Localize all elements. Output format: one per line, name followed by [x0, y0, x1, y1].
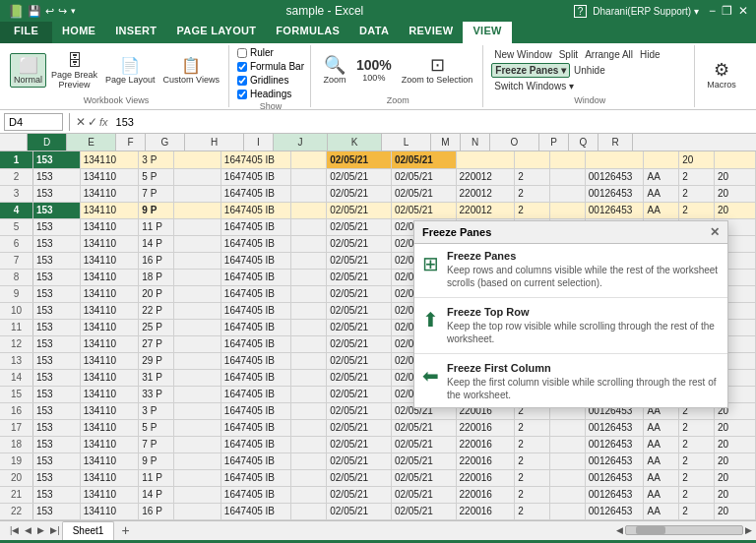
table-cell[interactable]	[585, 151, 644, 168]
help-btn[interactable]: ?	[574, 5, 588, 18]
table-cell[interactable]: 153	[32, 402, 80, 419]
table-cell[interactable]	[291, 419, 327, 436]
table-cell[interactable]: 153	[32, 252, 80, 269]
table-cell[interactable]: 2	[679, 503, 715, 519]
table-cell[interactable]	[174, 419, 221, 436]
table-cell[interactable]: 1647405 IB	[220, 335, 291, 352]
table-cell[interactable]: 220012	[456, 168, 515, 185]
table-cell[interactable]: 153	[32, 218, 80, 235]
table-cell[interactable]: 153	[32, 202, 80, 218]
table-cell[interactable]: 16 P	[139, 503, 174, 519]
table-cell[interactable]: 134110	[80, 302, 139, 319]
table-cell[interactable]: 00126453	[585, 469, 644, 486]
table-cell[interactable]: 2	[515, 503, 550, 519]
table-cell[interactable]: 220012	[456, 185, 515, 202]
table-cell[interactable]	[291, 436, 327, 452]
gridlines-check[interactable]: Gridlines	[237, 75, 304, 86]
table-cell[interactable]: 00126453	[585, 486, 644, 503]
table-cell[interactable]	[291, 469, 327, 486]
table-cell[interactable]: 20	[715, 486, 756, 503]
scroll-left-btn[interactable]: ◀	[616, 525, 623, 535]
cancel-formula-icon[interactable]: ✕	[76, 115, 86, 129]
freeze-first-col-option[interactable]: ⬅ Freeze First Column Keep the first col…	[414, 356, 727, 407]
table-cell[interactable]	[291, 335, 327, 352]
table-cell[interactable]: 00126453	[585, 436, 644, 452]
table-cell[interactable]: 1647405 IB	[220, 452, 291, 469]
table-cell[interactable]: 20	[715, 419, 756, 436]
table-cell[interactable]: 134110	[80, 436, 139, 452]
table-cell[interactable]: 00126453	[585, 202, 644, 218]
table-cell[interactable]: 2	[515, 168, 550, 185]
table-cell[interactable]	[174, 486, 221, 503]
table-cell[interactable]: 02/05/21	[327, 402, 392, 419]
page-break-btn[interactable]: 🗄 Page BreakPreview	[48, 50, 100, 91]
table-cell[interactable]: 2	[515, 436, 550, 452]
table-cell[interactable]: 134110	[80, 319, 139, 335]
table-cell[interactable]	[550, 436, 586, 452]
table-cell[interactable]: 1647405 IB	[220, 269, 291, 285]
table-cell[interactable]: 220012	[456, 202, 515, 218]
table-cell[interactable]: 153	[32, 386, 80, 402]
table-cell[interactable]	[174, 335, 221, 352]
table-cell[interactable]: 3 P	[139, 402, 174, 419]
confirm-formula-icon[interactable]: ✓	[88, 115, 97, 129]
table-cell[interactable]	[174, 168, 221, 185]
table-cell[interactable]	[174, 218, 221, 235]
table-cell[interactable]: 20 P	[139, 285, 174, 302]
table-cell[interactable]: 2	[679, 202, 715, 218]
table-cell[interactable]: 134110	[80, 503, 139, 519]
table-cell[interactable]	[291, 402, 327, 419]
table-cell[interactable]: 1647405 IB	[220, 503, 291, 519]
table-cell[interactable]	[174, 352, 221, 369]
table-cell[interactable]: 220016	[456, 452, 515, 469]
table-cell[interactable]: 153	[32, 469, 80, 486]
sheet-scroll-right-right[interactable]: ▶|	[48, 524, 61, 536]
table-cell[interactable]: 134110	[80, 469, 139, 486]
table-cell[interactable]: 1647405 IB	[220, 486, 291, 503]
tab-file[interactable]: FILE	[0, 22, 52, 43]
table-cell[interactable]: 5 P	[139, 168, 174, 185]
table-cell[interactable]: 02/05/21	[327, 335, 392, 352]
table-cell[interactable]: 220016	[456, 469, 515, 486]
table-cell[interactable]: 1647405 IB	[220, 168, 291, 185]
formula-bar-check[interactable]: Formula Bar	[237, 61, 304, 72]
ruler-checkbox[interactable]	[237, 48, 247, 58]
table-cell[interactable]: 00126453	[585, 452, 644, 469]
table-cell[interactable]: 02/05/21	[327, 151, 392, 168]
table-cell[interactable]: 2	[515, 202, 550, 218]
table-cell[interactable]: 02/05/21	[391, 503, 456, 519]
table-cell[interactable]: 220016	[456, 436, 515, 452]
table-cell[interactable]: 134110	[80, 419, 139, 436]
table-cell[interactable]	[291, 168, 327, 185]
table-cell[interactable]: 2	[679, 486, 715, 503]
table-cell[interactable]: 1647405 IB	[220, 436, 291, 452]
table-cell[interactable]	[174, 319, 221, 335]
table-cell[interactable]: 153	[32, 503, 80, 519]
table-cell[interactable]: 11 P	[139, 218, 174, 235]
table-cell[interactable]	[291, 452, 327, 469]
table-cell[interactable]: 134110	[80, 285, 139, 302]
table-cell[interactable]: 02/05/21	[327, 319, 392, 335]
table-cell[interactable]: 153	[32, 486, 80, 503]
table-cell[interactable]: 3 P	[139, 151, 174, 168]
table-cell[interactable]	[291, 503, 327, 519]
table-cell[interactable]	[550, 503, 586, 519]
close-btn[interactable]: ✕	[738, 4, 748, 18]
table-cell[interactable]: 2	[679, 452, 715, 469]
table-cell[interactable]	[291, 386, 327, 402]
table-cell[interactable]: 1647405 IB	[220, 469, 291, 486]
table-cell[interactable]: 2	[515, 486, 550, 503]
table-cell[interactable]: 153	[32, 352, 80, 369]
table-cell[interactable]: 220016	[456, 486, 515, 503]
switch-windows-btn[interactable]: Switch Windows ▾	[491, 80, 577, 92]
table-cell[interactable]: 25 P	[139, 319, 174, 335]
table-cell[interactable]	[174, 285, 221, 302]
table-cell[interactable]	[291, 151, 327, 168]
table-cell[interactable]: 02/05/21	[391, 419, 456, 436]
table-cell[interactable]: 134110	[80, 218, 139, 235]
table-cell[interactable]	[550, 452, 586, 469]
headings-check[interactable]: Headings	[237, 89, 304, 99]
table-cell[interactable]: 1647405 IB	[220, 185, 291, 202]
table-cell[interactable]: 02/05/21	[391, 185, 456, 202]
tab-formulas[interactable]: FORMULAS	[266, 22, 349, 43]
